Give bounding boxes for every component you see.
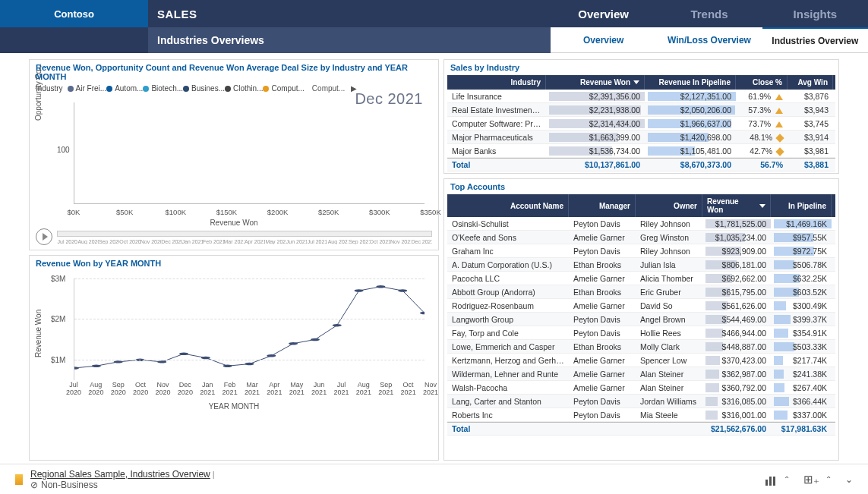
legend-item[interactable]: Air Frei... [68,84,107,93]
chevron-icon[interactable]: ⌃ [784,475,790,483]
legend-item[interactable]: Comput... [263,84,304,93]
table-row[interactable]: Graham IncPeyton DavisRiley Johnson$923,… [447,244,835,258]
table-row[interactable]: Kertzmann, Herzog and GerholdAmelie Garn… [447,354,835,367]
tab-overview[interactable]: Overview [551,0,656,27]
section-title: SALES [148,0,551,27]
acc-col-pipe[interactable]: In Pipeline [771,194,832,217]
sort-icon [633,80,639,84]
subtab-overview[interactable]: Overview [551,27,656,52]
table-row[interactable]: Rodriguez-RosenbaumAmelie GarnerDavid So… [447,299,835,313]
timeline-tick: Dec 2020 [161,239,181,244]
line-xtick: Nov2020 [155,382,170,397]
accounts-scroll[interactable]: Osinski-SchulistPeyton DavisRiley Johnso… [447,217,835,422]
table-row[interactable]: Lang, Carter and StantonPeyton DavisJord… [447,395,835,408]
sub-tabs: Overview Win/Loss Overview Industries Ov… [551,27,868,53]
triangle-up-icon [775,94,783,100]
timeline-tick: Dec 2021 [411,239,431,244]
sbi-col-industry[interactable]: Industry [447,75,546,90]
line-ylabel: Revenue Won [34,309,43,357]
line-xtick: Oct2021 [401,382,416,397]
table-row[interactable]: O'Keefe and SonsAmelie GarnerGreg Winsto… [447,231,835,244]
line-xtick: Nov2021 [423,382,438,397]
accounts-total-row: Total $21,562,676.00 $17,981.63K [447,422,835,436]
table-row[interactable]: Computer Software: Progra...$2,314,434.0… [447,117,835,131]
svg-point-0 [74,367,79,369]
svg-point-7 [223,364,232,367]
scatter-xtick: $100K [166,208,186,216]
timeline-tick: Jan 2021 [182,239,203,244]
scatter-card[interactable]: Revenue Won, Opportunity Count and Reven… [29,59,439,250]
scatter-xtick: $150K [216,208,237,216]
table-row[interactable]: Major Banks$1,536,734.00$1,105,481.0042.… [447,144,835,158]
legend-item[interactable]: Biotech... [143,84,183,93]
tab-insights[interactable]: Insights [762,0,868,27]
table-row[interactable]: Fay, Torp and ColePeyton DavisHollie Ree… [447,326,835,340]
table-row[interactable]: Wilderman, Lehner and RunteAmelie Garner… [447,367,835,381]
svg-point-15 [398,289,407,291]
chevron-icon[interactable]: ⌃ [825,475,832,483]
top-accounts-card[interactable]: Top Accounts Account Name Manager Owner … [443,178,839,461]
line-chart-card[interactable]: Revenue Won by YEAR MONTH Revenue Won $1… [29,255,439,461]
timeline-tick: Oct 2021 [370,239,390,244]
tab-trends[interactable]: Trends [656,0,762,27]
sensitivity-label[interactable]: ⊘ Non-Business [30,480,215,490]
sbi-header: Industry Revenue Won Revenue In Pipeline… [447,75,835,90]
line-xtick: Oct2020 [133,382,148,397]
table-row[interactable]: Lowe, Emmerich and CasperEthan BrooksMol… [447,340,835,354]
sbi-col-pipe[interactable]: Revenue In Pipeline [645,75,736,90]
expand-icon[interactable]: ⌄ [845,474,853,485]
line-ytick: $1M [51,355,65,363]
subheader: Industries Overviews Overview Win/Loss O… [0,27,868,53]
svg-point-4 [157,360,166,363]
table-row[interactable]: A. Datum Corporation (U.S.)Ethan BrooksJ… [447,258,835,272]
line-xtick: Mar2021 [245,382,260,397]
main-content: Revenue Won, Opportunity Count and Reven… [0,53,868,464]
acc-col-name[interactable]: Account Name [447,194,569,217]
timeline-tick: Feb 2021 [203,239,223,244]
table-row[interactable]: Walsh-PacochaAmelie GarnerAlan Steiner$3… [447,381,835,395]
legend-item[interactable]: Clothin... [225,84,263,93]
svg-point-16 [420,311,425,313]
subtab-industries[interactable]: Industries Overview [762,27,868,52]
diamond-icon [775,147,784,156]
svg-point-6 [201,356,210,358]
table-row[interactable]: Life Insurance$2,391,356.00$2,127,351.00… [447,90,835,103]
svg-point-11 [311,338,320,340]
grid-add-icon[interactable]: ⊞₊ [803,473,819,486]
table-row[interactable]: Langworth GroupPeyton DavisAngel Brown$5… [447,313,835,326]
table-row[interactable]: Abbott Group (Andorra)Ethan BrooksEric G… [447,285,835,299]
report-link[interactable]: Regional Sales Sample, Industries Overvi… [30,469,210,480]
table-row[interactable]: Pacocha LLCAmelie GarnerAlicia Thomber$6… [447,272,835,285]
line-xtick: Jul2021 [333,382,349,397]
table-row[interactable]: Real Estate Investment Trusts$2,231,938.… [447,103,835,117]
subtab-winloss[interactable]: Win/Loss Overview [656,27,762,52]
line-xtick: Sep2020 [111,382,126,397]
line-xtick: Jul2020 [66,382,81,397]
acc-col-mgr[interactable]: Manager [569,194,636,217]
sbi-col-avg[interactable]: Avg Win [788,75,833,90]
header-spacer [0,27,148,53]
legend-item[interactable]: Busines... [183,84,225,93]
table-row[interactable]: Osinski-SchulistPeyton DavisRiley Johnso… [447,217,835,231]
scatter-chart[interactable]: Opportunity Co... 100 $0K$50K$100K$150K$… [36,98,432,227]
table-row[interactable]: Major Pharmaceuticals$1,663,399.00$1,420… [447,131,835,144]
timeline-slider[interactable]: Jul 2020Aug 2020Sep 2020Oct 2020Nov 2020… [57,228,432,245]
timeline-tick: Nov 2020 [140,239,161,244]
sbi-col-won[interactable]: Revenue Won [546,75,645,90]
legend-extra: Comput... [312,84,345,93]
timeline-tick: Apr 2021 [245,239,265,244]
acc-col-won[interactable]: Revenue Won [702,194,771,217]
sbi-col-close[interactable]: Close % [736,75,788,90]
chart-icon[interactable] [765,474,778,486]
sales-by-industry-card[interactable]: Sales by Industry Industry Revenue Won R… [443,59,839,174]
timeline-tick: Jun 2021 [286,239,307,244]
line-xtick: Jun2021 [311,382,327,397]
line-chart[interactable]: Revenue Won $1M$2M$3M Jul2020Aug2020Sep2… [36,274,432,411]
timeline-tick: Aug 2020 [77,239,98,244]
legend-item[interactable]: Autom... [106,84,143,93]
timeline-tick: Jul 2021 [307,239,327,244]
acc-col-own[interactable]: Owner [636,194,702,217]
table-row[interactable]: Roberts IncPeyton DavisMia Steele$316,00… [447,408,835,422]
svg-point-14 [376,285,385,287]
play-button[interactable] [36,228,52,245]
